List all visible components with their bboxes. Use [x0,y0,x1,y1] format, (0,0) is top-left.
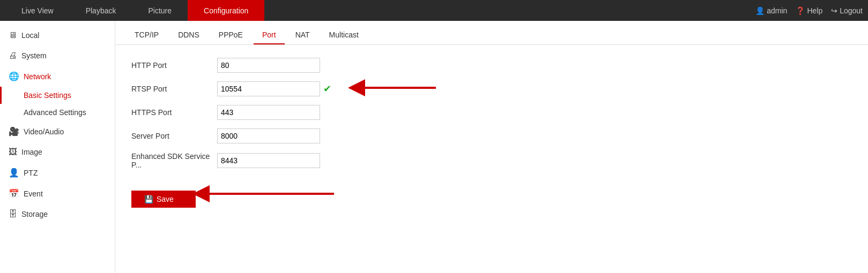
monitor-icon: 🖥 [9,31,17,40]
user-icon: 👤 [755,6,765,15]
sidebar-label-network: Network [24,72,51,81]
sidebar-item-network[interactable]: 🌐 Network [0,66,115,87]
http-port-row: HTTP Port [131,58,852,73]
rtsp-port-input[interactable] [217,81,320,96]
help-icon: ❓ [796,6,805,15]
http-port-input[interactable] [217,58,320,73]
ptz-icon: 👤 [9,168,19,178]
image-icon: 🖼 [9,147,17,157]
nav-liveview[interactable]: Live View [5,0,70,21]
sidebar-label-local: Local [21,31,39,40]
https-port-input[interactable] [217,105,320,120]
sidebar-label-system: System [21,51,47,60]
top-nav-items: Live View Playback Picture Configuration [5,0,755,21]
content-area: HTTP Port RTSP Port ✔ [115,45,868,273]
rtsp-port-row: RTSP Port ✔ [131,81,852,96]
sdk-port-row: Enhanced SDK Service P... [131,152,852,169]
logout-label: Logout [840,6,863,15]
help-link[interactable]: ❓ Help [796,6,822,15]
sidebar-item-event[interactable]: 📅 Event [0,183,115,204]
tab-pppoe[interactable]: PPPoE [210,26,251,44]
network-icon: 🌐 [9,71,19,81]
event-icon: 📅 [9,188,19,199]
sidebar-label-event: Event [24,189,43,198]
sidebar-item-image[interactable]: 🖼 Image [0,142,115,162]
tab-port[interactable]: Port [254,26,285,44]
sidebar-item-local[interactable]: 🖥 Local [0,25,115,46]
top-nav-right: 👤 admin ❓ Help ↪ Logout [755,6,863,15]
nav-playback[interactable]: Playback [70,0,132,21]
https-port-label: HTTPS Port [131,108,217,117]
main-content: TCP/IP DDNS PPPoE Port NAT Multicast HTT… [115,21,868,273]
sdk-port-input[interactable] [217,153,320,168]
sidebar-label-ptz: PTZ [24,169,38,177]
nav-configuration[interactable]: Configuration [188,0,264,21]
layout: 🖥 Local 🖨 System 🌐 Network Basic Setting… [0,21,868,273]
server-port-input[interactable] [217,128,320,143]
sidebar-label-image: Image [21,148,42,156]
save-icon: 💾 [144,195,153,203]
help-label: Help [807,6,822,15]
https-port-row: HTTPS Port [131,105,852,120]
admin-link[interactable]: 👤 admin [755,6,787,15]
server-port-label: Server Port [131,132,217,140]
sidebar: 🖥 Local 🖨 System 🌐 Network Basic Setting… [0,21,115,273]
nav-picture[interactable]: Picture [132,0,188,21]
sidebar-label-storage: Storage [21,210,48,218]
rtsp-port-label: RTSP Port [131,85,217,93]
save-arrow [190,184,335,203]
sidebar-label-video: Video/Audio [24,127,64,136]
server-port-row: Server Port [131,128,852,143]
admin-label: admin [767,6,787,15]
sidebar-item-system[interactable]: 🖨 System [0,46,115,66]
top-nav: Live View Playback Picture Configuration… [0,0,868,21]
tab-ddns[interactable]: DDNS [169,26,208,44]
system-icon: 🖨 [9,51,17,60]
sdk-port-label: Enhanced SDK Service P... [131,152,217,169]
tab-tcpip[interactable]: TCP/IP [126,26,167,44]
http-port-label: HTTP Port [131,61,217,70]
rtsp-check-icon: ✔ [323,83,331,95]
tab-nat[interactable]: NAT [287,26,318,44]
logout-link[interactable]: ↪ Logout [831,6,863,15]
video-icon: 🎥 [9,126,19,136]
save-label: Save [157,195,174,203]
sidebar-item-basic-settings[interactable]: Basic Settings [0,87,115,104]
storage-icon: 🗄 [9,209,17,219]
sidebar-item-ptz[interactable]: 👤 PTZ [0,162,115,183]
sidebar-item-storage[interactable]: 🗄 Storage [0,204,115,224]
sidebar-item-advanced-settings[interactable]: Advanced Settings [0,104,115,121]
tab-multicast[interactable]: Multicast [321,26,367,44]
logout-icon: ↪ [831,6,837,15]
sidebar-item-video-audio[interactable]: 🎥 Video/Audio [0,121,115,142]
tabs: TCP/IP DDNS PPPoE Port NAT Multicast [115,21,868,45]
save-button[interactable]: 💾 Save [131,191,196,208]
